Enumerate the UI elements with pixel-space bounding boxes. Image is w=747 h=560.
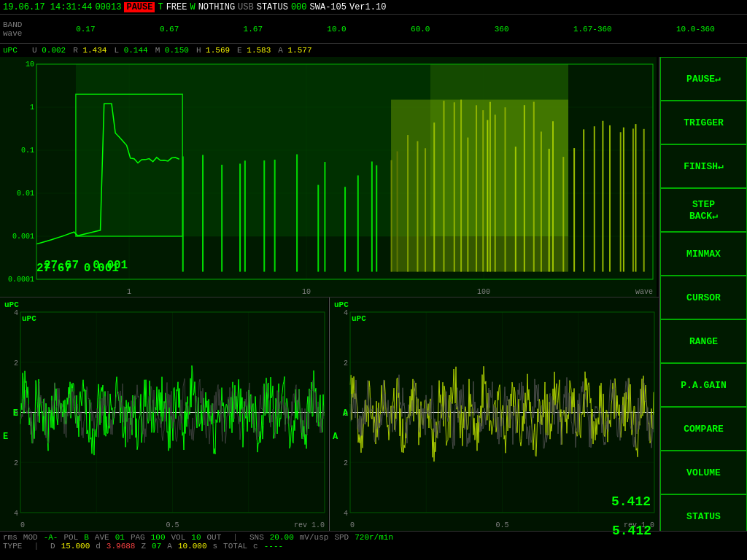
channel-a-label: A — [333, 432, 338, 442]
upc-r: R 1.434 — [73, 46, 107, 55]
out-label: OUT — [207, 533, 222, 542]
pol-val: B — [84, 533, 89, 542]
c-label: c — [253, 542, 258, 551]
volume-button[interactable]: VOLUME — [660, 451, 747, 494]
minmax-button[interactable]: MINMAX — [660, 232, 747, 276]
main-layout: 27.67 0.001 uPC E uPC A 5.412 PAUSE↵ TRI… — [0, 57, 747, 560]
upc-l: L 0.144 — [114, 46, 147, 55]
top-status-bar: 19.06.17 14:31:44 00013 PAUSE T FREE W N… — [0, 0, 747, 15]
band-values: 0.17 0.67 1.67 10.0 60.0 360 1.67-360 10… — [44, 25, 747, 34]
a-val: 10.000 — [178, 542, 207, 551]
trigger-button[interactable]: TRIGGER — [660, 101, 747, 144]
spd-val: 720r/min — [355, 533, 393, 542]
status-value: 000 — [291, 2, 307, 12]
nothing-label: NOTHING — [198, 2, 235, 12]
band-val-5: 60.0 — [411, 25, 430, 34]
upc-main-label: uPC — [3, 46, 32, 55]
pag-label: PAG — [131, 533, 145, 542]
bottom-charts: uPC E uPC A 5.412 — [0, 298, 659, 560]
rms-label: rms — [3, 533, 18, 542]
band-label: BAND wave — [0, 20, 44, 38]
finish-button[interactable]: FINISH↵ — [660, 144, 747, 188]
sns-val: 20.00 — [270, 533, 294, 542]
cursor-button[interactable]: CURSOR — [660, 276, 747, 319]
charts-panel: 27.67 0.001 uPC E uPC A 5.412 — [0, 57, 659, 560]
upc-u: U 0.002 — [32, 46, 66, 55]
vol-label: VOL — [171, 533, 186, 542]
chart-right-label: uPC — [334, 300, 349, 309]
s-label: s — [212, 542, 217, 551]
d-label: D — [50, 542, 55, 551]
pag-val: 100 — [151, 533, 166, 542]
chart-right: uPC A 5.412 — [330, 298, 659, 560]
band-val-1: 0.17 — [76, 25, 95, 34]
status-label: STATUS — [257, 2, 288, 12]
datetime-label: 19.06.17 14:31:44 — [3, 2, 92, 12]
sns-label: SNS — [249, 533, 264, 542]
type-label: TYPE — [3, 542, 22, 551]
upc-row: uPC U 0.002 R 1.434 L 0.144 M 0.150 H 1.… — [0, 44, 747, 57]
record-number: 00013 — [95, 2, 121, 12]
vol-val: 10 — [191, 533, 201, 542]
mvusp-label: mV/usp — [300, 533, 329, 542]
d-val: 15.000 — [61, 542, 90, 551]
bottom-row-2: TYPE | D 15.000 d 3.9688 Z 07 A 10.000 s… — [3, 542, 744, 551]
chart-left: uPC E — [0, 298, 330, 560]
chart-left-label: uPC — [4, 300, 19, 309]
t-label: T — [158, 2, 163, 12]
version-label: Ver1.10 — [349, 2, 386, 12]
pa-gain-button[interactable]: P.A.GAIN — [660, 363, 747, 407]
mod-val: -A- — [44, 533, 58, 542]
compare-button[interactable]: COMPARE — [660, 407, 747, 451]
chart-right-value: 5.412 — [612, 524, 651, 538]
spectrum-chart: 27.67 0.001 — [0, 57, 659, 298]
usb-label: USB — [238, 2, 254, 12]
step-back-button[interactable]: STEPBACK↵ — [660, 188, 747, 232]
band-val-7: 1.67-360 — [573, 25, 612, 34]
spd-label: SPD — [334, 533, 349, 542]
a-label: A — [167, 542, 172, 551]
channel-e-label: E — [3, 432, 8, 442]
pol-label: POL — [63, 533, 78, 542]
z-label: Z — [141, 542, 146, 551]
band-val-6: 360 — [495, 25, 509, 34]
pause-indicator: PAUSE — [124, 2, 155, 12]
upc-h: H 1.569 — [196, 46, 230, 55]
ave-label: AVE — [95, 533, 109, 542]
right-sidebar: PAUSE↵ TRIGGER FINISH↵ STEPBACK↵ MINMAX … — [659, 57, 747, 560]
band-val-4: 10.0 — [327, 25, 346, 34]
c-val: ---- — [264, 542, 283, 551]
band-val-8: 10.0-360 — [676, 25, 715, 34]
pause-button[interactable]: PAUSE↵ — [660, 57, 747, 101]
band-val-3: 1.67 — [244, 25, 263, 34]
upc-m: M 0.150 — [155, 46, 189, 55]
mod-label: MOD — [23, 533, 38, 542]
w-label: W — [190, 2, 195, 12]
z-val: 07 — [152, 542, 161, 551]
device-label: SWA-105 — [310, 2, 347, 12]
ave-val: 01 — [115, 533, 125, 542]
free-label: FREE — [166, 2, 187, 12]
band-val-2: 0.67 — [160, 25, 179, 34]
d2-label: d — [96, 542, 101, 551]
upc-a: A 1.577 — [278, 46, 311, 55]
band-wave-header: BAND wave 0.17 0.67 1.67 10.0 60.0 360 1… — [0, 15, 747, 44]
range-button[interactable]: RANGE — [660, 319, 747, 363]
upc-e: E 1.583 — [237, 46, 271, 55]
d2-val: 3.9688 — [107, 542, 136, 551]
total-label: TOTAL — [223, 542, 247, 551]
